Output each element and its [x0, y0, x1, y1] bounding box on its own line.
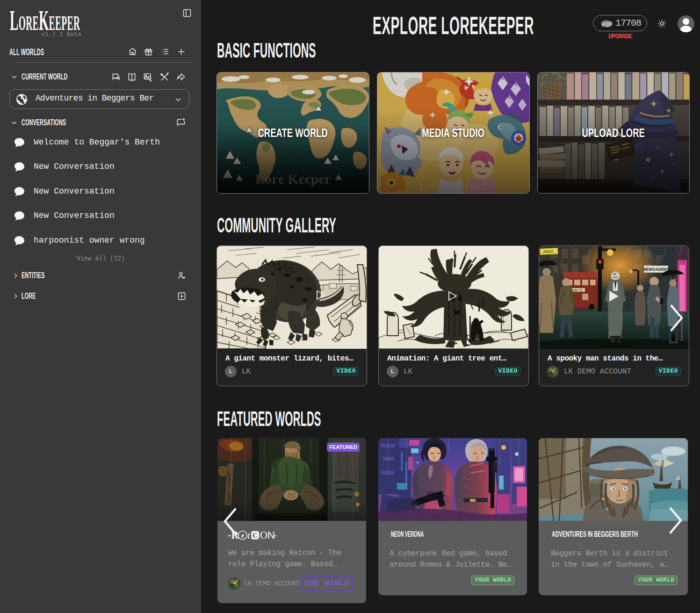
- svg-text:t: t: [247, 530, 251, 541]
- svg-text:O: O: [260, 529, 267, 541]
- svg-text:NEWSAGENT: NEWSAGENT: [643, 267, 669, 272]
- svg-text:2003.: 2003.: [542, 249, 556, 254]
- svg-text:Lοгє Kєєрєг: Lοгє Kєєрєг: [419, 178, 489, 192]
- svg-text:Lοгє Kєєрєг: Lοгє Kєєрєг: [255, 171, 331, 187]
- svg-text:-: -: [274, 529, 276, 541]
- svg-text:e: e: [241, 532, 244, 539]
- svg-text:C: C: [253, 532, 258, 539]
